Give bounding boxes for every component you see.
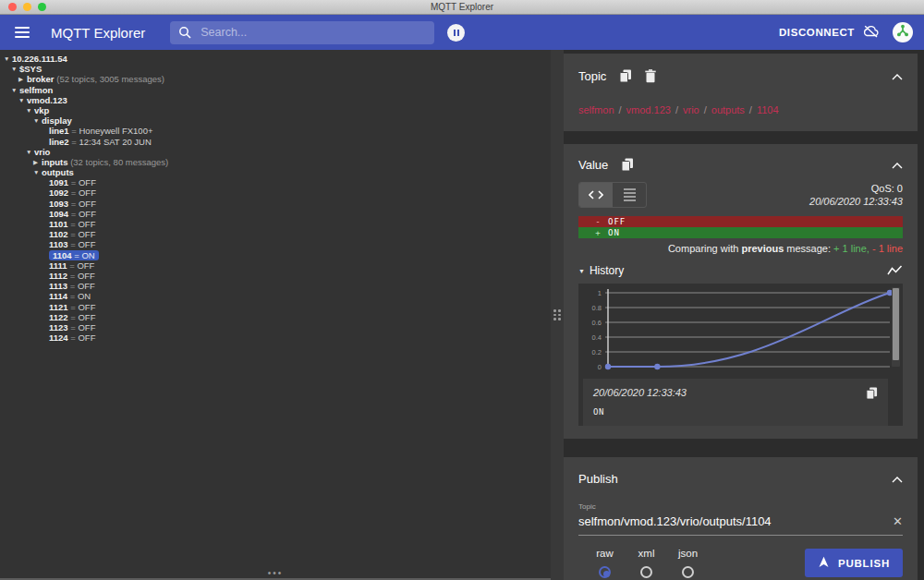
raw-view-button[interactable] bbox=[613, 183, 646, 207]
publish-button-label: PUBLISH bbox=[838, 558, 890, 569]
collapse-value-icon[interactable] bbox=[892, 156, 903, 173]
tree-row[interactable]: 1104 = ON bbox=[0, 250, 551, 260]
tree-row[interactable]: line1 = Honeywell FX100+ bbox=[0, 126, 551, 136]
disconnect-button[interactable]: DISCONNECT bbox=[779, 25, 879, 40]
panel-splitter[interactable] bbox=[551, 50, 564, 580]
zoom-window-button[interactable] bbox=[38, 3, 46, 11]
tree-row[interactable]: line2 = 12:34 SAT 20 JUN bbox=[0, 137, 551, 147]
radio-circle-icon[interactable] bbox=[682, 566, 694, 578]
bottom-panel-resize-handle[interactable]: ••• bbox=[0, 570, 551, 577]
search-box[interactable] bbox=[170, 21, 434, 44]
history-expander-icon[interactable]: ▼ bbox=[578, 268, 585, 274]
diff-view-button[interactable] bbox=[579, 183, 613, 207]
tree-row[interactable]: 1101 = OFF bbox=[0, 219, 551, 229]
tree-row[interactable]: 1113 = OFF bbox=[0, 281, 551, 291]
tree-topic-value: OFF bbox=[78, 302, 95, 312]
menu-icon[interactable] bbox=[15, 27, 30, 38]
pause-button[interactable] bbox=[447, 24, 465, 42]
clear-topic-icon[interactable]: ✕ bbox=[893, 517, 903, 526]
breadcrumb-segment[interactable]: vrio bbox=[683, 104, 699, 115]
chart-data-point[interactable] bbox=[605, 364, 611, 369]
diff-removed-value: OFF bbox=[608, 216, 626, 227]
topic-tree-panel: ▼10.226.111.54▼$SYS▶broker (52 topics, 3… bbox=[0, 50, 551, 580]
tree-topic-name: 10.226.111.54 bbox=[12, 54, 67, 64]
breadcrumb-segment[interactable]: 1104 bbox=[757, 104, 779, 115]
tree-topic-name: 1103 bbox=[49, 239, 68, 249]
tree-topic-name: vrio bbox=[34, 147, 50, 157]
tree-topic-name: 1091 bbox=[49, 177, 68, 187]
breadcrumb-segment[interactable]: vmod.123 bbox=[626, 104, 671, 115]
collapse-topic-icon[interactable] bbox=[892, 67, 903, 84]
diff-removed-sign: - bbox=[592, 216, 603, 227]
tree-row[interactable]: ▼vmod.123 bbox=[0, 95, 551, 105]
tree-row[interactable]: 1114 = ON bbox=[0, 291, 551, 301]
publish-button[interactable]: PUBLISH bbox=[805, 549, 903, 577]
history-chart-icon[interactable] bbox=[887, 262, 903, 279]
tree-row[interactable]: ▶broker (52 topics, 3005 messages) bbox=[0, 74, 551, 84]
tree-expander-icon[interactable]: ▼ bbox=[26, 147, 34, 157]
tree-topic-name: 1111 bbox=[49, 260, 67, 271]
tree-row[interactable]: 1102 = OFF bbox=[0, 229, 551, 239]
tree-row[interactable]: 1122 = OFF bbox=[0, 312, 551, 322]
tree-row[interactable]: 1124 = OFF bbox=[0, 332, 551, 343]
tree-row-content: 1093 = OFF bbox=[49, 199, 96, 209]
tree-expander-icon[interactable]: ▼ bbox=[4, 54, 12, 64]
publish-topic-input[interactable]: selfmon/vmod.123/vrio/outputs/1104 bbox=[578, 514, 893, 528]
tree-expander-icon[interactable]: ▼ bbox=[11, 64, 19, 74]
topic-section: Topic selfmon/vmod.123/vrio/outputs/1104 bbox=[564, 54, 918, 131]
tree-expander-icon[interactable]: ▼ bbox=[18, 95, 27, 105]
tree-row[interactable]: ▼vkp bbox=[0, 105, 551, 115]
tree-row[interactable]: 1093 = OFF bbox=[0, 199, 551, 209]
tree-expander-icon[interactable]: ▼ bbox=[26, 105, 34, 115]
tree-row[interactable]: 1111 = OFF bbox=[0, 260, 551, 271]
collapse-publish-icon[interactable] bbox=[892, 470, 903, 487]
radio-circle-icon[interactable] bbox=[640, 566, 652, 578]
tree-row[interactable]: 1092 = OFF bbox=[0, 187, 551, 198]
tree-row[interactable]: ▼vrio bbox=[0, 147, 551, 157]
tree-row[interactable]: ▼$SYS bbox=[0, 64, 551, 74]
copy-history-entry-icon[interactable] bbox=[866, 387, 878, 400]
breadcrumb-segment[interactable]: selfmon bbox=[578, 104, 614, 115]
topic-tree: ▼10.226.111.54▼$SYS▶broker (52 topics, 3… bbox=[0, 54, 551, 343]
tree-expander-icon[interactable]: ▼ bbox=[33, 167, 42, 177]
breadcrumb-segment[interactable]: outputs bbox=[711, 104, 745, 115]
history-scrollbar[interactable] bbox=[892, 287, 900, 367]
search-input[interactable] bbox=[199, 25, 426, 40]
tree-row-content: 1124 = OFF bbox=[49, 332, 95, 343]
tree-row[interactable]: 1103 = OFF bbox=[0, 239, 551, 249]
tree-row[interactable]: ▼10.226.111.54 bbox=[0, 54, 551, 64]
tree-row[interactable]: ▶inputs (32 topics, 80 messages) bbox=[0, 157, 551, 167]
chart-data-point[interactable] bbox=[654, 364, 660, 369]
radio-circle-icon[interactable] bbox=[599, 566, 611, 578]
connection-status-button[interactable] bbox=[893, 22, 913, 42]
publish-topic-field[interactable]: selfmon/vmod.123/vrio/outputs/1104 ✕ bbox=[578, 511, 903, 536]
history-entry[interactable]: 20/06/2020 12:33:43 ON bbox=[583, 379, 888, 426]
history-line-chart[interactable]: 10.80.60.40.20 bbox=[580, 285, 905, 376]
tree-row[interactable]: ▼outputs bbox=[0, 167, 551, 177]
minimize-window-button[interactable] bbox=[23, 3, 31, 11]
tree-expander-icon[interactable]: ▼ bbox=[11, 85, 19, 95]
tree-topic-name: 1123 bbox=[49, 322, 68, 332]
equals-sign: = bbox=[68, 229, 79, 239]
delete-topic-icon[interactable] bbox=[645, 69, 656, 83]
tree-row[interactable]: 1094 = OFF bbox=[0, 209, 551, 219]
tree-row[interactable]: 1112 = OFF bbox=[0, 271, 551, 281]
equals-sign: = bbox=[68, 209, 79, 219]
tree-expander-icon[interactable]: ▶ bbox=[33, 157, 42, 167]
tree-row-content: 1113 = OFF bbox=[49, 281, 95, 291]
tree-expander-icon[interactable]: ▼ bbox=[33, 115, 42, 126]
window-controls bbox=[8, 3, 46, 11]
format-radio-json[interactable]: json bbox=[667, 548, 709, 578]
copy-value-icon[interactable] bbox=[621, 158, 634, 172]
tree-row[interactable]: 1091 = OFF bbox=[0, 177, 551, 187]
close-window-button[interactable] bbox=[8, 3, 17, 11]
tree-row[interactable]: 1123 = OFF bbox=[0, 322, 551, 332]
tree-expander-icon[interactable]: ▶ bbox=[18, 74, 27, 84]
copy-topic-icon[interactable] bbox=[619, 69, 632, 83]
tree-row[interactable]: ▼selfmon bbox=[0, 85, 551, 95]
equals-sign: = bbox=[69, 126, 79, 136]
tree-row[interactable]: 1121 = OFF bbox=[0, 302, 551, 312]
tree-row[interactable]: ▼display bbox=[0, 115, 551, 126]
format-radio-raw[interactable]: raw bbox=[584, 548, 626, 578]
format-radio-xml[interactable]: xml bbox=[626, 548, 667, 578]
